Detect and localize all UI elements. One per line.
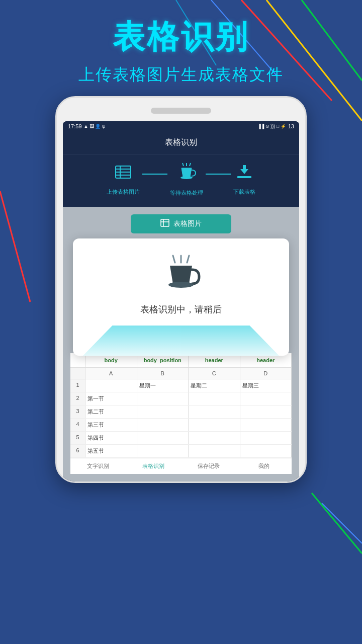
data-cell bbox=[189, 406, 240, 418]
table-icon-small bbox=[160, 218, 169, 229]
data-cell bbox=[240, 432, 292, 444]
nav-records[interactable]: 保存记录 bbox=[181, 458, 236, 474]
phone-speaker bbox=[151, 108, 211, 114]
col-b: B bbox=[137, 368, 189, 379]
content-area: 表格图片 bbox=[63, 207, 299, 481]
data-cell: 第四节 bbox=[85, 432, 137, 444]
status-right: ▐▐ ⊙ ))) □ ⚡ 13 bbox=[258, 123, 294, 129]
data-cell bbox=[240, 419, 292, 431]
data-cell: 星期一 bbox=[137, 379, 189, 392]
step-download-label: 下载表格 bbox=[233, 188, 255, 196]
data-cell bbox=[189, 445, 240, 457]
battery-level: 13 bbox=[288, 123, 294, 129]
download-icon bbox=[235, 163, 253, 185]
row-num: 1 bbox=[70, 379, 85, 392]
upload-hint-text: 表格图片 bbox=[173, 219, 202, 228]
status-left: 17:59 ▲ 🖼 👤 ψ bbox=[68, 123, 105, 129]
data-cell bbox=[240, 445, 292, 457]
nav-mine[interactable]: 我的 bbox=[236, 458, 292, 474]
svg-line-15 bbox=[190, 163, 191, 166]
svg-line-25 bbox=[187, 256, 189, 263]
data-cell: 星期三 bbox=[240, 379, 292, 392]
data-cell bbox=[189, 432, 240, 444]
table-row: 2 第一节 bbox=[70, 392, 292, 406]
table-preview: body body_position header header A B C D… bbox=[70, 353, 292, 458]
svg-rect-19 bbox=[243, 165, 246, 171]
data-cell bbox=[137, 392, 189, 405]
row-num: 2 bbox=[70, 392, 85, 405]
table-row: 1 星期一 星期二 星期三 bbox=[70, 379, 292, 392]
col-c: C bbox=[189, 368, 240, 379]
main-title: 表格识别 bbox=[0, 15, 362, 59]
svg-line-13 bbox=[183, 163, 184, 166]
upload-icon bbox=[114, 163, 132, 185]
nav-table[interactable]: 表格识别 bbox=[126, 458, 181, 474]
step-upload-label: 上传表格图片 bbox=[107, 188, 140, 196]
svg-rect-20 bbox=[161, 219, 169, 226]
status-icons: ▲ 🖼 👤 ψ bbox=[84, 124, 106, 129]
svg-line-4 bbox=[0, 191, 30, 302]
row-num: 4 bbox=[70, 419, 85, 431]
svg-point-26 bbox=[168, 282, 194, 288]
svg-line-5 bbox=[312, 493, 362, 553]
sub-title: 上传表格图片生成表格文件 bbox=[0, 64, 362, 86]
status-time: 17:59 bbox=[68, 123, 82, 129]
table-row: 3 第二节 bbox=[70, 406, 292, 419]
scan-beam bbox=[83, 326, 279, 356]
data-cell bbox=[240, 406, 292, 418]
col-d: D bbox=[240, 368, 292, 379]
table-row: 4 第三节 bbox=[70, 419, 292, 432]
data-cell bbox=[137, 406, 189, 418]
bottom-nav: 文字识别 表格识别 保存记录 我的 bbox=[70, 458, 292, 474]
step-download[interactable]: 下载表格 bbox=[233, 163, 255, 196]
data-cell bbox=[137, 419, 189, 431]
step-process-label: 等待表格处理 bbox=[170, 189, 203, 197]
data-cell bbox=[137, 445, 189, 457]
table-row: 5 第四节 bbox=[70, 432, 292, 445]
steps-area: 上传表格图片 bbox=[63, 154, 299, 207]
data-cell bbox=[240, 392, 292, 405]
step-process: 等待表格处理 bbox=[170, 162, 203, 197]
data-cell bbox=[189, 392, 240, 405]
step-line-2 bbox=[206, 174, 231, 175]
row-num: 5 bbox=[70, 432, 85, 444]
col-a: A bbox=[85, 368, 137, 379]
step-upload[interactable]: 上传表格图片 bbox=[107, 163, 140, 196]
table-row: 6 第五节 bbox=[70, 445, 292, 458]
data-cell: 星期二 bbox=[189, 379, 240, 392]
processing-text: 表格识别中，请稍后 bbox=[83, 303, 279, 315]
data-cell bbox=[137, 432, 189, 444]
col-labels-row: A B C D bbox=[70, 368, 292, 379]
col-empty bbox=[70, 368, 85, 379]
coffee-cup-large bbox=[83, 254, 279, 296]
data-cell: 第五节 bbox=[85, 445, 137, 457]
row-num: 3 bbox=[70, 406, 85, 418]
upload-hint[interactable]: 表格图片 bbox=[131, 214, 231, 233]
row-num: 6 bbox=[70, 445, 85, 457]
data-cell: 第二节 bbox=[85, 406, 137, 418]
status-bar: 17:59 ▲ 🖼 👤 ψ ▐▐ ⊙ ))) □ ⚡ 13 bbox=[63, 121, 299, 131]
svg-line-6 bbox=[322, 503, 362, 543]
data-cell bbox=[189, 419, 240, 431]
svg-point-16 bbox=[180, 176, 193, 179]
svg-line-23 bbox=[173, 256, 175, 263]
nav-ocr[interactable]: 文字识别 bbox=[70, 458, 126, 474]
data-cell: 第三节 bbox=[85, 419, 137, 431]
app-header: 表格识别 bbox=[63, 131, 299, 154]
process-icon bbox=[176, 162, 197, 186]
svg-rect-17 bbox=[237, 176, 251, 178]
signal-icon: ▐▐ ⊙ ))) □ ⚡ bbox=[258, 124, 286, 129]
phone-mockup: 17:59 ▲ 🖼 👤 ψ ▐▐ ⊙ ))) □ ⚡ 13 表格识别 bbox=[55, 96, 307, 483]
phone-screen: 17:59 ▲ 🖼 👤 ψ ▐▐ ⊙ ))) □ ⚡ 13 表格识别 bbox=[63, 121, 299, 481]
processing-dialog: 表格识别中，请稍后 bbox=[73, 238, 289, 356]
app-title: 表格识别 bbox=[165, 138, 197, 146]
data-cell: 第一节 bbox=[85, 392, 137, 405]
step-line-1 bbox=[142, 174, 167, 175]
data-cell bbox=[85, 379, 137, 392]
